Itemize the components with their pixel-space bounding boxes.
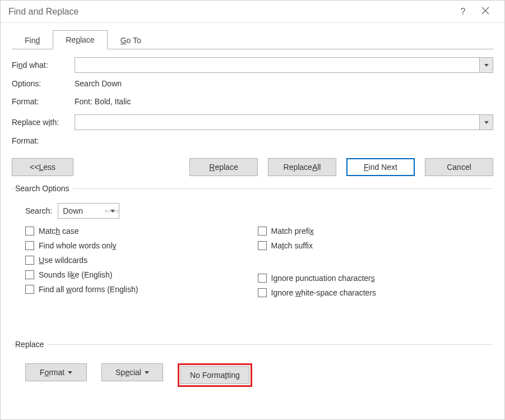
sounds-like-checkbox[interactable]: Sounds like (English) (25, 270, 258, 279)
find-what-combo[interactable] (75, 57, 493, 73)
close-icon (481, 7, 489, 15)
search-direction-select[interactable]: Down (58, 203, 119, 219)
checkbox-box (258, 241, 267, 250)
checkbox-box (258, 288, 267, 297)
replace-group: Replace Format Special No Formatting (12, 340, 493, 390)
find-format-value: Font: Bold, Italic (75, 97, 131, 106)
checkbox-label: Ignore punctuation characters (271, 274, 375, 283)
checkbox-box (25, 285, 34, 294)
match-prefix-checkbox[interactable]: Match prefix (258, 227, 490, 236)
chevron-down-icon (484, 121, 489, 124)
match-case-checkbox[interactable]: Match case (25, 227, 258, 236)
options-label: Options: (12, 79, 75, 88)
checkbox-label: Find all word forms (English) (39, 285, 138, 294)
find-what-dropdown[interactable] (479, 58, 493, 72)
checkbox-label: Match case (39, 227, 79, 236)
search-direction-value: Down (58, 206, 105, 215)
tab-find[interactable]: Find (12, 31, 53, 49)
find-what-input[interactable] (75, 58, 479, 72)
checkbox-label: Sounds like (English) (39, 270, 113, 279)
close-button[interactable] (474, 7, 497, 17)
tab-replace[interactable]: Replace (53, 30, 107, 49)
options-value: Search Down (75, 79, 122, 88)
action-button-row: << Less Replace Replace All Find Next Ca… (12, 158, 493, 176)
titlebar: Find and Replace ? (1, 1, 504, 23)
checkbox-box (25, 227, 34, 236)
checkbox-label: Use wildcards (39, 256, 87, 265)
find-what-label: Find what: (12, 61, 75, 70)
search-direction-dropdown[interactable] (105, 210, 119, 213)
replace-with-input[interactable] (75, 115, 479, 130)
checkbox-label: Find whole words only (39, 241, 117, 250)
use-wildcards-checkbox[interactable]: Use wildcards (25, 256, 258, 265)
search-options-legend: Search Options (15, 184, 73, 193)
replace-with-combo[interactable] (75, 114, 493, 130)
checkbox-box (25, 270, 34, 279)
find-format-label: Format: (12, 97, 75, 106)
replace-with-label: Replace with: (12, 118, 75, 127)
checkbox-label: Ignore white-space characters (271, 288, 377, 297)
dialog-content: Find what: Options: Search Down Format: … (1, 49, 504, 396)
replace-format-label: Format: (12, 136, 75, 145)
word-forms-checkbox[interactable]: Find all word forms (English) (25, 285, 258, 294)
window-title: Find and Replace (8, 7, 452, 17)
search-options-group: Search Options Search: Down Match case F… (12, 184, 493, 306)
chevron-down-icon (484, 64, 489, 67)
ignore-whitespace-checkbox[interactable]: Ignore white-space characters (258, 288, 490, 297)
checkbox-label: Match suffix (271, 241, 313, 250)
no-formatting-highlight: No Formatting (178, 363, 252, 387)
replace-button[interactable]: Replace (189, 158, 258, 176)
tabstrip: Find Replace Go To (1, 23, 504, 49)
cancel-button[interactable]: Cancel (425, 158, 493, 176)
whole-words-checkbox[interactable]: Find whole words only (25, 241, 258, 250)
ignore-punctuation-checkbox[interactable]: Ignore punctuation characters (258, 274, 490, 283)
special-menu-button[interactable]: Special (101, 363, 163, 381)
checkbox-box (25, 241, 34, 250)
search-direction-label: Search: (25, 206, 52, 215)
help-button[interactable]: ? (452, 7, 474, 17)
replace-legend: Replace (15, 340, 47, 349)
tab-goto[interactable]: Go To (108, 31, 154, 49)
find-next-button[interactable]: Find Next (346, 158, 415, 176)
chevron-down-icon (110, 210, 115, 213)
checkbox-box (258, 274, 267, 283)
replace-all-button[interactable]: Replace All (268, 158, 336, 176)
no-formatting-button[interactable]: No Formatting (180, 366, 249, 384)
replace-with-dropdown[interactable] (479, 115, 493, 130)
checkbox-label: Match prefix (271, 227, 314, 236)
less-button[interactable]: << Less (12, 158, 73, 176)
match-suffix-checkbox[interactable]: Match suffix (258, 241, 490, 250)
format-menu-button[interactable]: Format (25, 363, 87, 381)
checkbox-box (25, 256, 34, 265)
checkbox-box (258, 227, 267, 236)
